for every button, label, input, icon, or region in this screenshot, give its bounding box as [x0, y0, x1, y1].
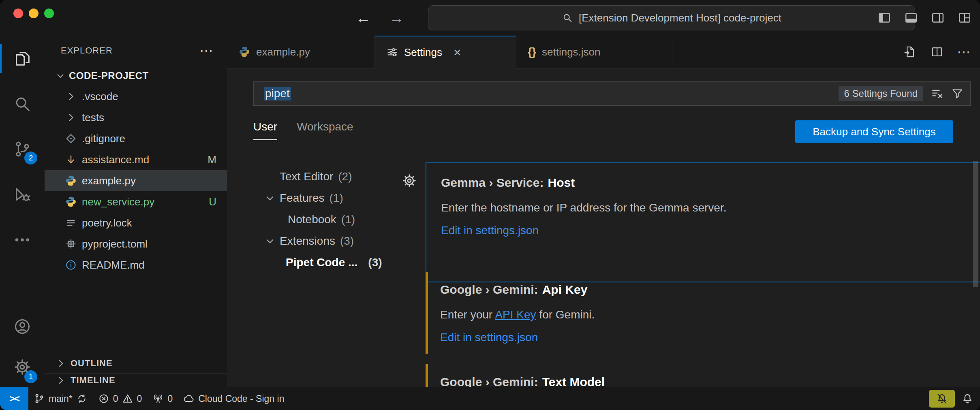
chevron-right-icon: [55, 358, 66, 369]
setting-item-gemini-api-key[interactable]: Google › Gemini:Api Key Enter your API K…: [426, 270, 980, 355]
toc-label: Text Editor: [280, 170, 333, 183]
toc-count: (3): [340, 235, 354, 248]
warning-count: 0: [137, 393, 142, 404]
activity-account[interactable]: [0, 306, 45, 347]
file-item-example-py[interactable]: example.py: [45, 170, 227, 191]
file-item-assistance-md[interactable]: assistance.md M: [45, 149, 227, 170]
file-name: .vscode: [82, 90, 118, 103]
edit-in-settings-json-link[interactable]: Edit in settings.json: [441, 224, 539, 237]
forward-button[interactable]: →: [385, 0, 408, 36]
toc-extensions[interactable]: Extensions (3): [253, 230, 419, 252]
toggle-panel-icon[interactable]: [903, 10, 919, 26]
timeline-section-header[interactable]: TIMELINE: [45, 373, 227, 387]
open-settings-json-icon[interactable]: [903, 45, 918, 59]
activity-source-control[interactable]: 2: [0, 126, 45, 172]
setting-item-gemini-text-model[interactable]: Google › Gemini:Text Model: [426, 363, 980, 388]
file-item-poetry-lock[interactable]: poetry.lock: [45, 212, 227, 233]
file-item-readme-md[interactable]: README.md: [45, 254, 227, 275]
maximize-window-button[interactable]: [44, 9, 54, 18]
problems-item[interactable]: 0 0: [93, 387, 148, 410]
clear-filters-icon[interactable]: [931, 87, 944, 100]
activity-search[interactable]: [0, 81, 45, 126]
project-root-folder[interactable]: CODE-PROJECT: [45, 66, 227, 86]
filter-icon[interactable]: [951, 87, 964, 100]
notifications-item[interactable]: [959, 387, 976, 410]
tab-example-py[interactable]: example.py: [227, 36, 375, 68]
settings-search-input[interactable]: pipet 6 Settings Found: [253, 81, 971, 106]
remote-indicator[interactable]: ><: [0, 387, 28, 410]
tab-settings-json[interactable]: {} settings.json: [516, 36, 672, 68]
minimize-window-button[interactable]: [29, 9, 39, 18]
editor-group: example.py Settings × {} settings.json ⋯: [227, 36, 980, 387]
backup-sync-settings-button[interactable]: Backup and Sync Settings: [795, 120, 953, 143]
chevron-down-icon: [55, 70, 66, 81]
toggle-primary-sidebar-icon[interactable]: [876, 10, 892, 26]
toc-label: Notebook: [288, 213, 336, 226]
json-braces-icon: {}: [528, 46, 536, 58]
tab-workspace[interactable]: Workspace: [297, 120, 353, 140]
info-file-icon: [65, 259, 77, 271]
api-key-link[interactable]: API Key: [495, 308, 536, 321]
customize-layout-icon[interactable]: [956, 10, 973, 26]
file-name: tests: [82, 111, 104, 124]
python-file-icon: [65, 175, 77, 187]
setting-name: Host: [548, 176, 575, 189]
cloud-icon: [183, 393, 195, 404]
file-item-gitignore[interactable]: .gitignore: [45, 128, 227, 149]
error-icon: [98, 393, 109, 404]
branch-icon: [34, 393, 45, 404]
toggle-secondary-sidebar-icon[interactable]: [930, 10, 946, 26]
command-center[interactable]: [Extension Development Host] code-projec…: [428, 5, 915, 30]
tab-user[interactable]: User: [253, 120, 277, 140]
description-text: for Gemini.: [536, 308, 595, 321]
explorer-more-actions-icon[interactable]: ⋯: [199, 47, 213, 55]
python-file-icon: [65, 196, 77, 208]
activity-run-debug[interactable]: [0, 172, 45, 217]
scrollbar[interactable]: [973, 161, 978, 287]
git-status-badge: U: [209, 196, 216, 208]
editor-more-actions-icon[interactable]: ⋯: [956, 45, 971, 59]
activity-more[interactable]: [0, 217, 45, 263]
setting-gear-icon[interactable]: [402, 173, 417, 188]
file-name: .gitignore: [82, 132, 125, 145]
toc-features[interactable]: Features (1): [253, 187, 419, 209]
close-icon[interactable]: ×: [454, 47, 461, 58]
toml-gear-icon: [65, 238, 77, 250]
back-button[interactable]: ←: [352, 0, 374, 36]
toc-label: Pipet Code ...: [286, 256, 357, 269]
file-item-pyproject-toml[interactable]: pyproject.toml: [45, 233, 227, 254]
toc-text-editor[interactable]: Text Editor (2): [253, 166, 419, 187]
activity-explorer[interactable]: [0, 36, 45, 81]
file-item-tests[interactable]: tests: [45, 107, 227, 128]
outline-label: OUTLINE: [71, 358, 113, 369]
activity-settings[interactable]: 1: [0, 347, 45, 387]
setting-name: Text Model: [542, 375, 605, 388]
toc-pipet-code[interactable]: Pipet Code ... (3): [253, 252, 419, 273]
settings-editor: pipet 6 Settings Found User Workspace Ba…: [227, 68, 980, 388]
tab-label: Settings: [404, 46, 442, 59]
settings-sliders-icon: [386, 46, 398, 58]
bell-icon: [961, 393, 974, 405]
sync-icon: [76, 393, 88, 404]
close-window-button[interactable]: [13, 9, 23, 18]
setting-item-gemma-service-host[interactable]: Gemma › Service:Host Enter the hostname …: [426, 162, 980, 282]
file-item-new-service-py[interactable]: new_service.py U: [45, 191, 227, 212]
cloud-code-item[interactable]: Cloud Code - Sign in: [178, 387, 289, 410]
toc-notebook[interactable]: Notebook (1): [253, 209, 419, 230]
project-root-label: CODE-PROJECT: [69, 70, 149, 81]
file-item-vscode[interactable]: .vscode: [45, 86, 227, 107]
edit-in-settings-json-link[interactable]: Edit in settings.json: [440, 331, 538, 344]
settings-toc: Text Editor (2) Features (1) Notebook (1…: [253, 166, 419, 273]
settings-count-badge: 6 Settings Found: [839, 86, 923, 101]
warning-icon: [122, 393, 133, 404]
branch-label: main*: [49, 393, 73, 404]
file-name: pyproject.toml: [82, 238, 148, 250]
git-branch-item[interactable]: main*: [28, 387, 93, 410]
split-editor-icon[interactable]: [930, 45, 944, 59]
tab-settings[interactable]: Settings ×: [375, 36, 516, 68]
files-icon: [13, 49, 32, 68]
ports-item[interactable]: 0: [147, 387, 178, 410]
activity-bar: 2 1: [0, 36, 45, 387]
outline-section-header[interactable]: OUTLINE: [45, 353, 227, 374]
do-not-disturb-item[interactable]: [929, 390, 955, 408]
